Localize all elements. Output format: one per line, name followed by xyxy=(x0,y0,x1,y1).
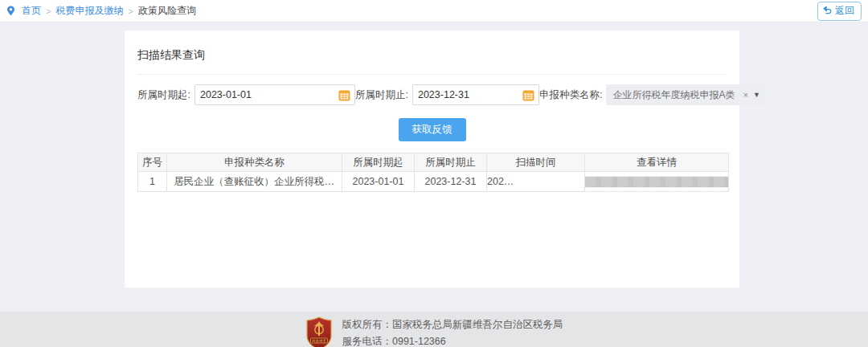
declare-type-label: 申报种类名称: xyxy=(539,88,602,102)
breadcrumb-separator: > xyxy=(46,6,51,16)
copyright-text: 版权所有：国家税务总局新疆维吾尔自治区税务局 xyxy=(342,316,563,333)
declare-type-select[interactable]: 企业所得税年度纳税申报A类 × ▼ xyxy=(606,84,764,105)
svg-text:税务稽查: 税务稽查 xyxy=(312,339,327,343)
col-header-declare-type: 申报种类名称 xyxy=(167,153,342,172)
main-content-area: 扫描结果查询 所属时期起: 所属时期止: xyxy=(0,31,868,312)
back-button[interactable]: 返回 xyxy=(817,2,862,21)
declare-type-selected-value: 企业所得税年度纳税申报A类 xyxy=(612,88,735,102)
back-button-label: 返回 xyxy=(835,4,854,18)
breadcrumb-separator: > xyxy=(128,6,133,16)
period-end-field: 所属时期止: xyxy=(355,84,539,105)
cell-period-end: 2023-12-31 xyxy=(415,172,487,192)
cell-declare-type: 居民企业（查账征收）企业所得税年度申报... xyxy=(167,172,342,192)
footer-text-block: 版权所有：国家税务总局新疆维吾尔自治区税务局 服务电话：0991-12366 xyxy=(342,316,563,347)
period-start-field: 所属时期起: xyxy=(137,84,355,105)
redacted-detail-link[interactable] xyxy=(585,177,729,187)
scan-result-table: 序号 申报种类名称 所属时期起 所属时期止 扫描时间 查看详情 1 居民企业（查… xyxy=(137,153,729,192)
redacted-scan-time xyxy=(505,178,574,187)
caret-down-icon[interactable]: ▼ xyxy=(753,91,760,99)
calendar-icon[interactable] xyxy=(522,89,534,101)
clear-selection-icon[interactable]: × xyxy=(743,90,747,100)
location-pin-icon xyxy=(6,6,15,16)
table-header-row: 序号 申报种类名称 所属时期起 所属时期止 扫描时间 查看详情 xyxy=(138,153,729,172)
breadcrumb-section[interactable]: 税费申报及缴纳 xyxy=(55,4,123,18)
panel-title: 扫描结果查询 xyxy=(137,42,727,75)
scan-result-panel: 扫描结果查询 所属时期起: 所属时期止: xyxy=(125,31,739,288)
table-row: 1 居民企业（查账征收）企业所得税年度申报... 2023-01-01 2023… xyxy=(138,172,729,192)
breadcrumb-home[interactable]: 首页 xyxy=(22,4,41,18)
query-form: 所属时期起: 所属时期止: xyxy=(137,75,727,105)
cell-period-start: 2023-01-01 xyxy=(342,172,415,192)
cell-scan-time: 2020:49 xyxy=(487,172,585,192)
declare-type-field: 申报种类名称: 企业所得税年度纳税申报A类 × ▼ xyxy=(539,84,765,105)
period-start-input[interactable] xyxy=(195,85,338,104)
service-phone-text: 服务电话：0991-12366 xyxy=(342,333,563,347)
col-header-scan-time: 扫描时间 xyxy=(487,153,585,172)
period-end-label: 所属时期止: xyxy=(355,88,408,102)
breadcrumb: 首页 > 税费申报及缴纳 > 政策风险查询 xyxy=(6,4,196,18)
tax-bureau-shield-logo: 税务稽查 xyxy=(305,316,333,347)
period-start-label: 所属时期起: xyxy=(137,88,190,102)
undo-arrow-icon xyxy=(823,6,833,16)
cell-index: 1 xyxy=(138,172,167,192)
col-header-period-start: 所属时期起 xyxy=(342,153,415,172)
period-end-input[interactable] xyxy=(413,85,522,104)
col-header-period-end: 所属时期止 xyxy=(415,153,487,172)
cell-view-detail[interactable]: . xyxy=(585,172,729,192)
breadcrumb-current-page: 政策风险查询 xyxy=(138,4,196,18)
topbar: 首页 > 税费申报及缴纳 > 政策风险查询 返回 xyxy=(0,0,868,22)
get-feedback-button[interactable]: 获取反馈 xyxy=(399,118,466,141)
col-header-view-detail: 查看详情 xyxy=(585,153,729,172)
calendar-icon[interactable] xyxy=(338,89,350,101)
footer: 税务稽查 版权所有：国家税务总局新疆维吾尔自治区税务局 服务电话：0991-12… xyxy=(0,312,868,347)
col-header-index: 序号 xyxy=(138,153,167,172)
